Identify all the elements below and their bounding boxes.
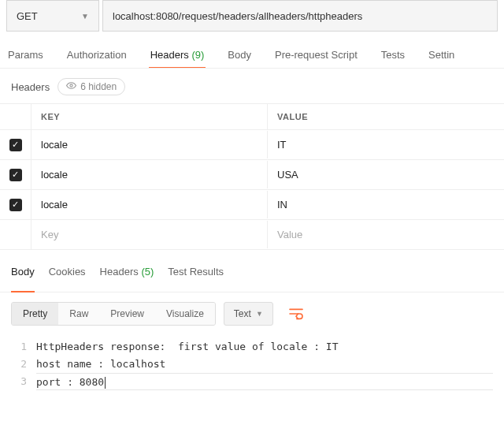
response-tabs: Body Cookies Headers (5) Test Results <box>0 255 504 292</box>
request-url-input[interactable] <box>102 0 498 32</box>
resp-tab-headers-count: (5) <box>141 266 154 278</box>
hidden-headers-text: 6 hidden <box>80 81 117 92</box>
language-value: Text <box>234 308 251 319</box>
response-line: port : 8080 <box>36 376 104 388</box>
request-tabs: Params Authorization Headers (9) Body Pr… <box>0 41 504 69</box>
wrap-icon <box>288 307 304 320</box>
table-row-new[interactable]: Key Value <box>0 220 504 250</box>
header-key[interactable]: locale <box>32 191 268 218</box>
resp-tab-headers[interactable]: Headers (5) <box>100 266 154 284</box>
view-mode-segment: Pretty Raw Preview Visualize <box>11 302 216 326</box>
col-value: VALUE <box>268 104 504 129</box>
tab-settings[interactable]: Settin <box>427 41 456 68</box>
http-method-value: GET <box>17 10 38 22</box>
caret-down-icon: ▼ <box>81 12 89 20</box>
wrap-lines-button[interactable] <box>283 302 309 326</box>
tab-headers-label: Headers <box>150 49 189 61</box>
tab-tests[interactable]: Tests <box>380 41 406 68</box>
body-toolbar: Pretty Raw Preview Visualize Text ▼ <box>0 292 504 335</box>
response-lines: HttpHeaders response: first value of loc… <box>36 338 493 390</box>
headers-subbar: Headers 6 hidden <box>0 69 504 104</box>
tab-authorization[interactable]: Authorization <box>65 41 128 68</box>
header-key-placeholder[interactable]: Key <box>32 221 268 248</box>
headers-table-head: KEY VALUE <box>0 104 504 130</box>
view-preview[interactable]: Preview <box>99 303 155 325</box>
http-method-select[interactable]: GET ▼ <box>6 0 99 32</box>
headers-title: Headers <box>11 81 50 93</box>
header-value[interactable]: USA <box>268 161 504 188</box>
eye-icon <box>66 80 76 93</box>
header-value[interactable]: IN <box>268 191 504 218</box>
table-row[interactable]: ✓ locale IT <box>0 130 504 160</box>
tab-body[interactable]: Body <box>226 41 253 68</box>
view-raw[interactable]: Raw <box>58 303 99 325</box>
headers-table: KEY VALUE ✓ locale IT ✓ locale USA ✓ loc… <box>0 104 504 250</box>
tab-headers[interactable]: Headers (9) <box>149 41 206 69</box>
table-row[interactable]: ✓ locale USA <box>0 160 504 190</box>
tab-headers-count: (9) <box>191 49 204 61</box>
table-row[interactable]: ✓ locale IN <box>0 190 504 220</box>
caret-down-icon: ▼ <box>256 310 263 318</box>
view-pretty[interactable]: Pretty <box>12 303 58 325</box>
row-enable-checkbox[interactable]: ✓ <box>9 139 22 151</box>
text-cursor <box>105 377 106 389</box>
tab-prerequest[interactable]: Pre-request Script <box>273 41 359 68</box>
resp-tab-body[interactable]: Body <box>11 266 35 292</box>
resp-tab-headers-label: Headers <box>100 266 139 278</box>
hidden-headers-pill[interactable]: 6 hidden <box>57 78 125 95</box>
response-line: HttpHeaders response: first value of loc… <box>36 338 493 356</box>
response-body[interactable]: 123 HttpHeaders response: first value of… <box>0 335 504 393</box>
view-visualize[interactable]: Visualize <box>155 303 215 325</box>
resp-tab-cookies[interactable]: Cookies <box>49 266 86 284</box>
row-enable-checkbox[interactable]: ✓ <box>9 199 22 211</box>
header-key[interactable]: locale <box>32 131 268 158</box>
col-key: KEY <box>32 104 268 129</box>
resp-tab-testresults[interactable]: Test Results <box>168 266 224 284</box>
line-gutter: 123 <box>11 338 36 390</box>
svg-point-0 <box>70 84 72 87</box>
tab-params[interactable]: Params <box>6 41 45 68</box>
row-enable-checkbox[interactable]: ✓ <box>9 169 22 181</box>
header-value-placeholder[interactable]: Value <box>268 221 504 248</box>
header-key[interactable]: locale <box>32 161 268 188</box>
header-value[interactable]: IT <box>268 131 504 158</box>
language-select[interactable]: Text ▼ <box>224 302 273 326</box>
response-line: host name : localhost <box>36 356 493 373</box>
